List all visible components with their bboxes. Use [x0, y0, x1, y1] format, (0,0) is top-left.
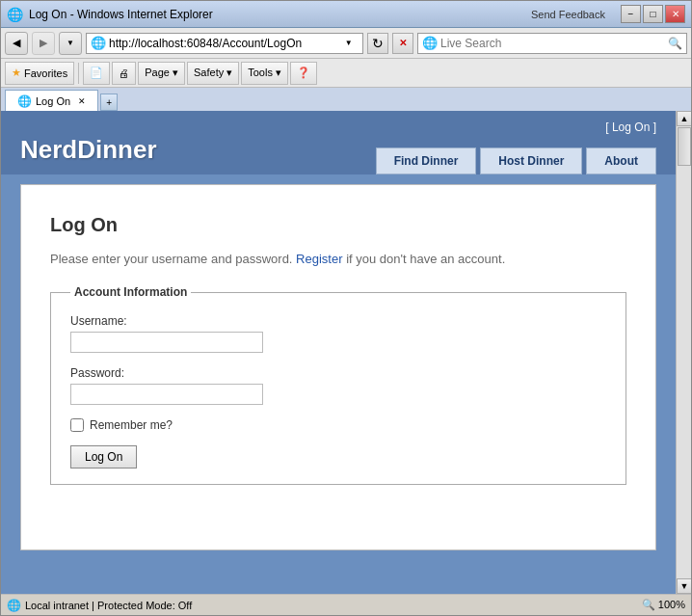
status-icon: 🌐: [7, 599, 21, 612]
tools-button[interactable]: Tools ▾: [241, 62, 288, 85]
address-field-wrap: 🌐 ▼: [86, 33, 363, 54]
username-input[interactable]: [70, 332, 263, 353]
address-input[interactable]: [109, 37, 338, 50]
title-bar: 🌐 Log On - Windows Internet Explorer Sen…: [1, 1, 691, 28]
site-logo: NerdDinner: [20, 135, 157, 174]
content-area: NerdDinner [ Log On ] Find Dinner Host D…: [1, 111, 691, 594]
favorites-button[interactable]: ★ Favorites: [5, 62, 74, 85]
live-search-wrap: 🌐 🔍: [417, 33, 687, 54]
log-on-bracket-close: ]: [653, 121, 656, 134]
content-box: Log On Please enter your username and pa…: [20, 184, 656, 550]
page-content: NerdDinner [ Log On ] Find Dinner Host D…: [1, 111, 676, 594]
site-header: NerdDinner [ Log On ] Find Dinner Host D…: [1, 111, 676, 174]
ie-search-logo: 🌐: [422, 36, 438, 50]
dropdown-button[interactable]: ▼: [59, 32, 82, 55]
print-button[interactable]: 🖨: [112, 62, 136, 85]
logon-description: Please enter your username and password.…: [50, 252, 626, 266]
tab-close-icon[interactable]: ✕: [78, 96, 86, 106]
site-body: Log On Please enter your username and pa…: [1, 174, 676, 560]
window-title: Log On - Windows Internet Explorer: [29, 8, 213, 21]
help-button[interactable]: ❓: [290, 62, 317, 85]
vertical-scrollbar[interactable]: ▲ ▼: [676, 111, 691, 594]
account-info-fieldset: Account Information Username: Password:: [50, 285, 626, 485]
tab-ie-icon: 🌐: [17, 94, 32, 108]
username-label: Username:: [70, 314, 606, 328]
page-label: Page ▾: [145, 67, 178, 79]
logon-desc-prefix: Please enter your username and password.: [50, 252, 296, 266]
rss-button[interactable]: 📄: [83, 62, 110, 85]
logon-title: Log On: [50, 214, 626, 236]
site-wrapper: NerdDinner [ Log On ] Find Dinner Host D…: [1, 111, 676, 594]
about-nav[interactable]: About: [586, 147, 656, 174]
refresh-button[interactable]: ↻: [367, 33, 388, 54]
scroll-thumb[interactable]: [678, 127, 691, 166]
password-label: Password:: [70, 366, 606, 380]
safety-label: Safety ▾: [194, 67, 232, 79]
remember-me-label: Remember me?: [90, 418, 173, 432]
forward-button[interactable]: ▶: [32, 32, 55, 55]
log-on-link[interactable]: Log On: [612, 121, 650, 134]
ie-window-icon: 🌐: [7, 7, 23, 22]
password-field-row: Password:: [70, 366, 606, 405]
new-tab-button[interactable]: +: [100, 94, 118, 111]
maximize-button[interactable]: □: [643, 5, 663, 23]
status-text: Local intranet | Protected Mode: Off: [25, 600, 192, 611]
live-search-input[interactable]: [440, 37, 668, 50]
back-button[interactable]: ◀: [5, 32, 28, 55]
logon-desc-suffix: if you don't have an account.: [346, 252, 505, 266]
status-right: 🔍 100%: [642, 599, 685, 611]
status-left: 🌐 Local intranet | Protected Mode: Off: [7, 599, 192, 612]
minimize-button[interactable]: −: [621, 5, 641, 23]
scroll-down-button[interactable]: ▼: [677, 578, 691, 594]
password-input[interactable]: [70, 384, 263, 405]
stop-button[interactable]: ✕: [392, 33, 413, 54]
tab-bar: 🌐 Log On ✕ +: [1, 88, 691, 111]
log-on-header-link: [ Log On ]: [605, 121, 656, 147]
safety-button[interactable]: Safety ▾: [187, 62, 239, 85]
browser-tab[interactable]: 🌐 Log On ✕: [5, 90, 98, 111]
host-dinner-nav[interactable]: Host Dinner: [480, 147, 582, 174]
toolbar: ★ Favorites 📄 🖨 Page ▾ Safety ▾ Tools ▾ …: [1, 59, 691, 88]
star-icon: ★: [12, 67, 21, 79]
logon-submit-button[interactable]: Log On: [70, 445, 137, 469]
zoom-control[interactable]: 🔍 100%: [642, 599, 685, 611]
ie-address-icon: 🌐: [91, 36, 106, 50]
scroll-track[interactable]: [677, 126, 691, 578]
tools-label: Tools ▾: [248, 67, 281, 79]
favorites-label: Favorites: [24, 67, 67, 79]
remember-me-checkbox[interactable]: [70, 418, 84, 432]
find-dinner-nav[interactable]: Find Dinner: [376, 147, 477, 174]
address-bar: ◀ ▶ ▼ 🌐 ▼ ↻ ✕ 🌐 🔍: [1, 28, 691, 59]
send-feedback-link[interactable]: Send Feedback: [531, 9, 605, 20]
search-icon: 🔍: [668, 37, 682, 50]
status-bar: 🌐 Local intranet | Protected Mode: Off 🔍…: [1, 594, 691, 615]
log-on-bracket-open: [: [605, 121, 612, 134]
close-button[interactable]: ✕: [665, 5, 685, 23]
site-nav: Find Dinner Host Dinner About: [376, 147, 656, 174]
remember-me-row: Remember me?: [70, 418, 606, 432]
username-field-row: Username:: [70, 314, 606, 353]
page-button[interactable]: Page ▾: [138, 62, 185, 85]
scroll-up-button[interactable]: ▲: [677, 111, 691, 126]
dropdown-url-button[interactable]: ▼: [338, 32, 359, 55]
fieldset-legend: Account Information: [70, 285, 191, 299]
tab-label: Log On: [36, 95, 70, 107]
register-link[interactable]: Register: [296, 252, 342, 266]
